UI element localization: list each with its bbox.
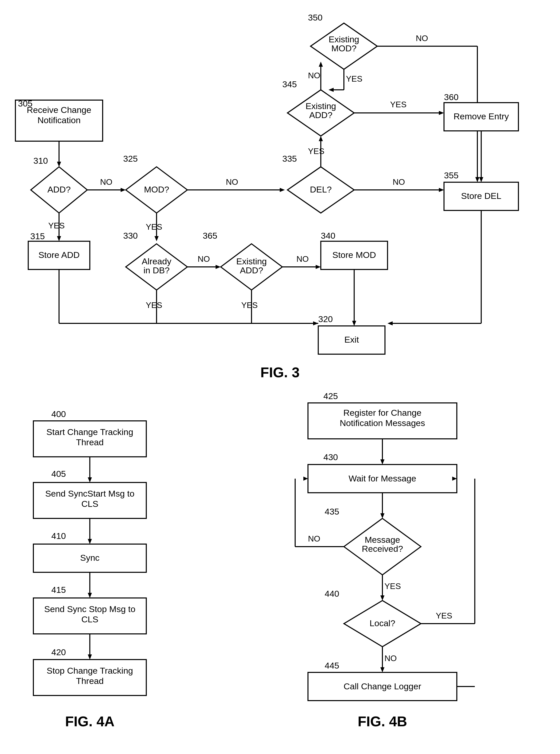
label-365: 365 <box>203 231 217 241</box>
label-325: 325 <box>123 154 138 163</box>
fig4b-label: FIG. 4B <box>358 713 407 729</box>
svg-marker-88 <box>88 654 92 659</box>
svg-marker-81 <box>88 539 92 544</box>
svg-text:Received?: Received? <box>362 544 403 554</box>
svg-marker-49 <box>439 111 444 115</box>
svg-marker-77 <box>88 477 92 483</box>
text-sync: Sync <box>80 553 100 563</box>
svg-text:NO: NO <box>393 177 405 187</box>
svg-text:CLS: CLS <box>81 614 98 624</box>
text-store-add: Store ADD <box>39 250 80 260</box>
text-wait-msg: Wait for Message <box>348 473 416 483</box>
svg-text:YES: YES <box>146 222 162 231</box>
svg-marker-66 <box>479 177 483 182</box>
svg-marker-58 <box>475 177 479 182</box>
label-415: 415 <box>51 585 66 595</box>
svg-marker-44 <box>439 188 444 192</box>
label-420: 420 <box>51 647 66 657</box>
svg-marker-6 <box>57 236 61 241</box>
label-435: 435 <box>325 507 339 516</box>
svg-text:Notification: Notification <box>38 115 81 125</box>
text-send-sync-start: Send SyncStart Msg to <box>45 489 135 498</box>
label-445: 445 <box>325 660 339 670</box>
label-330: 330 <box>123 231 138 241</box>
svg-text:YES: YES <box>436 611 452 620</box>
svg-marker-84 <box>88 593 92 598</box>
label-430: 430 <box>323 452 338 462</box>
svg-marker-105 <box>380 595 384 600</box>
svg-text:YES: YES <box>384 582 401 591</box>
text-del: DEL? <box>310 185 332 194</box>
svg-text:YES: YES <box>241 301 258 310</box>
svg-text:ADD?: ADD? <box>309 110 333 120</box>
svg-marker-14 <box>280 188 285 192</box>
label-440: 440 <box>325 589 339 598</box>
diagram-svg: 305 Receive Change Notification 310 ADD?… <box>0 0 560 754</box>
svg-text:ADD?: ADD? <box>240 265 263 275</box>
label-320: 320 <box>318 314 333 324</box>
svg-text:NO: NO <box>384 654 397 663</box>
text-register: Register for Change <box>343 408 421 417</box>
svg-text:YES: YES <box>308 146 324 156</box>
svg-text:NO: NO <box>100 177 113 187</box>
label-345: 345 <box>282 79 297 89</box>
label-340: 340 <box>321 231 336 241</box>
label-310: 310 <box>33 156 48 165</box>
text-existing-add-345: Existing <box>305 101 336 111</box>
svg-marker-70 <box>387 321 393 325</box>
svg-text:NO: NO <box>308 534 320 543</box>
text-stop-thread: Stop Change Tracking <box>47 666 133 675</box>
svg-text:Thread: Thread <box>76 437 104 447</box>
svg-text:NO: NO <box>308 71 320 80</box>
svg-text:Notification Messages: Notification Messages <box>340 418 425 428</box>
text-existing-mod: Existing <box>328 34 359 44</box>
fig4a-label: FIG. 4A <box>65 713 115 729</box>
page: 305 Receive Change Notification 310 ADD?… <box>0 0 560 754</box>
text-store-mod: Store MOD <box>332 250 376 260</box>
fig3-label: FIG. 3 <box>260 364 300 380</box>
svg-marker-97 <box>380 513 384 518</box>
svg-text:in DB?: in DB? <box>143 265 169 275</box>
svg-marker-3 <box>57 162 61 167</box>
label-350: 350 <box>308 13 323 22</box>
text-mod: MOD? <box>144 185 169 194</box>
label-405: 405 <box>51 469 66 478</box>
text-store-del: Store DEL <box>461 191 501 201</box>
svg-text:YES: YES <box>48 221 65 230</box>
text-already-db: Already <box>142 257 171 266</box>
label-360: 360 <box>444 92 459 102</box>
text-remove-entry: Remove Entry <box>454 111 509 121</box>
svg-text:CLS: CLS <box>81 499 98 509</box>
svg-text:NO: NO <box>226 177 238 187</box>
svg-text:NO: NO <box>198 254 210 264</box>
label-355: 355 <box>444 170 459 180</box>
svg-marker-34 <box>316 265 321 269</box>
label-425: 425 <box>323 391 338 401</box>
svg-text:NO: NO <box>296 254 309 264</box>
text-receive-change: Receive Change <box>27 105 91 115</box>
label-335: 335 <box>282 154 297 163</box>
svg-marker-52 <box>319 62 323 67</box>
text-msg-received: Message <box>365 535 400 545</box>
svg-text:Thread: Thread <box>76 676 104 686</box>
text-call-change-logger: Call Change Logger <box>344 681 421 691</box>
text-send-sync-stop: Send Sync Stop Msg to <box>44 604 135 614</box>
svg-marker-113 <box>380 667 384 672</box>
text-existing-add2: Existing <box>236 257 267 266</box>
svg-marker-62 <box>328 88 334 92</box>
svg-marker-41 <box>319 136 323 141</box>
text-local: Local? <box>369 618 395 628</box>
svg-marker-17 <box>155 236 159 241</box>
svg-text:YES: YES <box>146 301 162 310</box>
svg-marker-38 <box>352 321 356 326</box>
svg-text:MOD?: MOD? <box>331 43 357 53</box>
text-add: ADD? <box>47 185 71 194</box>
text-start-thread: Start Change Tracking <box>46 427 133 437</box>
svg-marker-102 <box>303 476 308 481</box>
label-315: 315 <box>30 231 45 241</box>
svg-text:YES: YES <box>390 100 406 109</box>
svg-marker-94 <box>380 460 384 465</box>
svg-text:NO: NO <box>416 34 428 43</box>
label-400: 400 <box>51 409 66 419</box>
text-exit: Exit <box>344 335 359 344</box>
